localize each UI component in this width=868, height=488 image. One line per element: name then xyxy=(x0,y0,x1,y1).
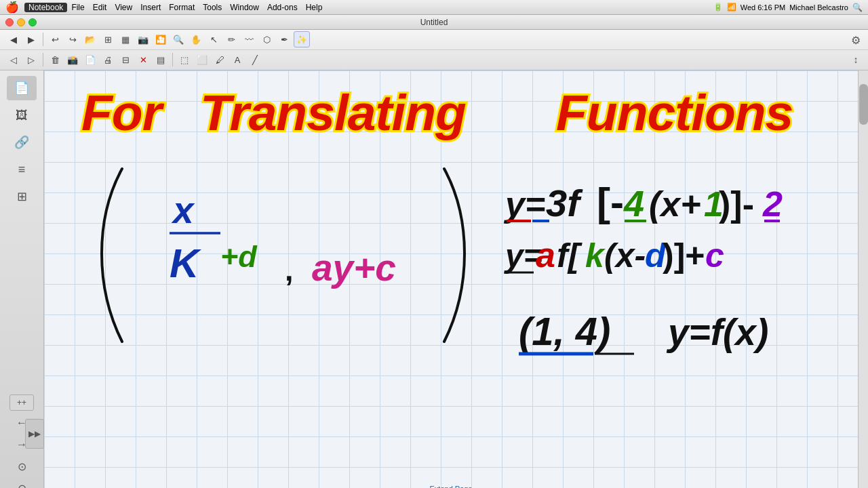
menu-insert[interactable]: Insert xyxy=(136,3,165,12)
menu-addons[interactable]: Add-ons xyxy=(263,3,302,12)
sidebar-link-btn[interactable]: 🔗 xyxy=(7,130,37,155)
sidebar-text-btn[interactable]: ≡ xyxy=(7,157,37,182)
menu-window[interactable]: Window xyxy=(226,3,263,12)
shape-pen[interactable]: ⬡ xyxy=(258,31,275,47)
grid-view[interactable]: ▤ xyxy=(153,52,169,68)
canvas-area[interactable]: For Translating Functions x K +d , ay+c xyxy=(44,70,858,488)
delete-page[interactable]: 🗑 xyxy=(47,52,63,68)
sidebar-plugin-btn[interactable]: ⊞ xyxy=(7,184,37,209)
hand-tool[interactable]: ✋ xyxy=(188,31,204,47)
menu-help[interactable]: Help xyxy=(302,3,327,12)
menu-view[interactable]: View xyxy=(111,3,136,12)
undo-button[interactable]: ↩ xyxy=(47,31,63,47)
toolbar: ◀ ▶ ↩ ↪ 📂 ⊞ ▦ 📷 🎦 🔍 ✋ ↖ ✏ 〰 ⬡ ✒ ✨ ⚙ ◁ ▷ … xyxy=(0,30,868,70)
page-prev[interactable]: ◁ xyxy=(5,52,22,68)
smooth-pen[interactable]: 〰 xyxy=(241,31,257,47)
forward-button[interactable]: ▶ xyxy=(23,31,39,47)
window-title: Untitled xyxy=(420,18,448,27)
sidebar-zoom-out[interactable]: ⊖ xyxy=(7,479,37,488)
redo-button[interactable]: ↪ xyxy=(64,31,81,47)
video-button[interactable]: 🎦 xyxy=(153,31,169,47)
clock-display: Wed 6:16 PM xyxy=(741,3,785,12)
back-button[interactable]: ◀ xyxy=(5,31,22,47)
menu-edit[interactable]: Edit xyxy=(89,3,111,12)
eraser-tool[interactable]: ⬜ xyxy=(194,52,210,68)
close-page-btn[interactable]: ✕ xyxy=(135,52,151,68)
scroll-thumb[interactable] xyxy=(859,84,868,125)
menu-tools[interactable]: Tools xyxy=(199,3,226,12)
settings-button[interactable]: ⚙ xyxy=(848,32,864,48)
menu-notebook[interactable]: Notebook xyxy=(24,3,67,12)
sidebar: 📄 🖼 🔗 ≡ ⊞ ++ ← → ⊙ ⊖ ▶▶ xyxy=(0,70,44,488)
toolbar-row-1: ◀ ▶ ↩ ↪ 📂 ⊞ ▦ 📷 🎦 🔍 ✋ ↖ ✏ 〰 ⬡ ✒ ✨ ⚙ xyxy=(0,30,868,50)
grid-button[interactable]: ▦ xyxy=(117,31,134,47)
sidebar-zoom-fit[interactable]: ⊙ xyxy=(7,457,37,476)
scroll-icon[interactable]: ↕ xyxy=(848,52,864,68)
print-btn[interactable]: 🖨 xyxy=(100,52,116,68)
highlighter-tool[interactable]: 🖊 xyxy=(212,52,228,68)
sidebar-page-btn[interactable]: 📄 xyxy=(7,76,37,100)
open-button[interactable]: 📂 xyxy=(82,31,98,47)
separator-2 xyxy=(43,53,43,66)
minimize-button[interactable] xyxy=(17,18,25,26)
toolbar-row-2: ◁ ▷ 🗑 📸 📄 🖨 ⊟ ✕ ▤ ⬚ ⬜ 🖊 A ╱ ↕ xyxy=(0,50,868,70)
titlebar: Untitled xyxy=(0,15,868,30)
wifi-icon: 📶 xyxy=(727,3,736,12)
lasso-tool[interactable]: ⬚ xyxy=(176,52,193,68)
apple-menu-icon[interactable]: 🍎 xyxy=(0,1,24,14)
separator-3 xyxy=(172,53,173,66)
menubar: 🍎 Notebook File Edit View Insert Format … xyxy=(0,0,868,15)
table-btn[interactable]: ⊟ xyxy=(117,52,134,68)
system-tray: 🔋 📶 Wed 6:16 PM Michael Belcastro 🔍 xyxy=(713,3,868,12)
line-tool[interactable]: ╱ xyxy=(247,52,263,68)
separator-1 xyxy=(43,33,43,46)
close-button[interactable] xyxy=(5,18,14,26)
magic-pen[interactable]: ✨ xyxy=(294,31,310,47)
pen-tool[interactable]: ✏ xyxy=(223,31,239,47)
camera-button[interactable]: 📷 xyxy=(135,31,151,47)
scrollbar[interactable] xyxy=(858,70,868,488)
sidebar-image-btn[interactable]: 🖼 xyxy=(7,103,37,127)
user-display: Michael Belcastro xyxy=(789,3,848,12)
menu-format[interactable]: Format xyxy=(165,3,199,12)
screenshot-btn[interactable]: 📸 xyxy=(64,52,81,68)
battery-icon: 🔋 xyxy=(713,3,723,12)
maximize-button[interactable] xyxy=(28,18,37,26)
page-next[interactable]: ▷ xyxy=(23,52,39,68)
zoom-button[interactable]: 🔍 xyxy=(170,31,186,47)
menu-file[interactable]: File xyxy=(67,3,88,12)
search-icon[interactable]: 🔍 xyxy=(852,3,863,12)
page-layout-button[interactable]: ⊞ xyxy=(100,31,116,47)
sidebar-collapse-btn[interactable]: ▶▶ xyxy=(25,419,44,449)
text-tool[interactable]: A xyxy=(229,52,245,68)
calligraphy-pen[interactable]: ✒ xyxy=(276,31,292,47)
select-tool[interactable]: ↖ xyxy=(205,31,222,47)
main-area: 📄 🖼 🔗 ≡ ⊞ ++ ← → ⊙ ⊖ ▶▶ For Translating … xyxy=(0,70,868,488)
extend-page-link[interactable]: Extend Page xyxy=(430,485,473,488)
traffic-lights xyxy=(5,18,37,26)
new-page[interactable]: 📄 xyxy=(82,52,98,68)
canvas-grid xyxy=(44,70,858,488)
sidebar-expand-btn[interactable]: ++ xyxy=(9,394,34,411)
